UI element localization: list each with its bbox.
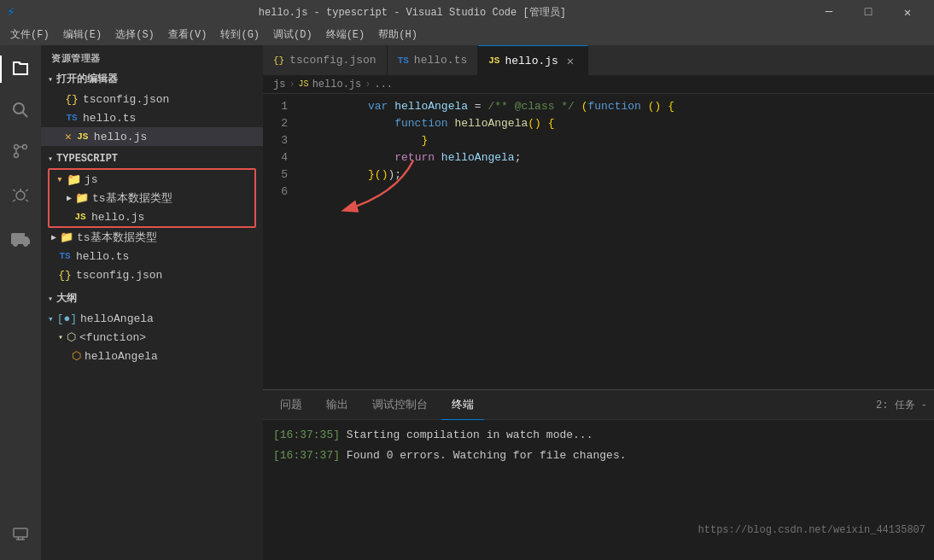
panel-tab-problems[interactable]: 问题 bbox=[270, 390, 312, 420]
hello-ts-sidebar-label: hello.ts bbox=[76, 250, 129, 263]
folder-icon-2: 📁 bbox=[75, 191, 89, 205]
tab-tsconfig-icon: {} bbox=[273, 55, 284, 66]
line-content-4: return helloAngela; bbox=[301, 138, 521, 177]
tabs-bar: {} tsconfig.json TS hello.ts JS hello.js… bbox=[263, 45, 934, 75]
open-editor-hello-js[interactable]: ✕ JS hello.js bbox=[41, 127, 263, 146]
activity-debug[interactable] bbox=[0, 175, 41, 216]
line-num-4: 4 bbox=[263, 151, 301, 164]
activity-bar bbox=[0, 45, 41, 560]
ts-basic-types-label-2: ts基本数据类型 bbox=[77, 230, 157, 245]
activity-search[interactable] bbox=[0, 90, 41, 131]
ts-basic-types-label-1: ts基本数据类型 bbox=[92, 190, 172, 206]
panel-tab-output[interactable]: 输出 bbox=[316, 390, 359, 420]
typescript-label: TYPESCRIPT bbox=[56, 153, 118, 165]
svg-point-2 bbox=[15, 145, 19, 149]
open-editors-header[interactable]: ▾ 打开的编辑器 bbox=[41, 68, 263, 90]
tab-hello-js[interactable]: JS hello.js ✕ bbox=[478, 45, 588, 75]
open-editor-hello-js-label: hello.js bbox=[94, 131, 147, 143]
tab-hello-ts-label: hello.ts bbox=[414, 54, 467, 67]
menu-help[interactable]: 帮助(H) bbox=[371, 24, 424, 45]
svg-point-0 bbox=[14, 103, 24, 114]
terminal-line-2: [16:37:37] Found 0 errors. Watching for … bbox=[273, 447, 924, 464]
tab-js-icon: JS bbox=[488, 55, 499, 66]
svg-rect-6 bbox=[14, 528, 27, 537]
code-editor[interactable]: 1 var helloAngela = /** @class */ (funct… bbox=[263, 94, 934, 389]
hello-ts-sidebar[interactable]: TS hello.ts bbox=[41, 247, 263, 265]
breadcrumb: js › JS hello.js › ... bbox=[263, 75, 934, 94]
outline-var-icon: ▾ bbox=[48, 313, 54, 324]
activity-extensions[interactable] bbox=[0, 219, 41, 260]
sidebar-title: 资源管理器 bbox=[41, 45, 263, 68]
menu-view[interactable]: 查看(V) bbox=[161, 24, 214, 45]
open-editor-hello-ts-label: hello.ts bbox=[83, 112, 136, 125]
open-editor-tsconfig-label: tsconfig.json bbox=[83, 93, 169, 106]
outline-fn-icon: ⬡ bbox=[67, 330, 76, 344]
outline-function[interactable]: ▾ ⬡ <function> bbox=[41, 328, 263, 347]
js-icon: JS bbox=[76, 131, 90, 142]
tab-close-icon[interactable]: ✕ bbox=[563, 54, 577, 67]
open-editor-hello-ts[interactable]: TS hello.ts bbox=[41, 108, 263, 127]
close-button[interactable]: ✕ bbox=[888, 0, 927, 24]
menu-terminal[interactable]: 终端(E) bbox=[319, 24, 372, 45]
breadcrumb-sep-1: › bbox=[289, 79, 295, 90]
outline-header[interactable]: ▾ 大纲 bbox=[41, 288, 263, 309]
line-num-6: 6 bbox=[263, 185, 301, 198]
svg-point-4 bbox=[15, 154, 19, 158]
outline-helloangela[interactable]: ▾ [●] helloAngela bbox=[41, 309, 263, 328]
maximize-button[interactable]: □ bbox=[849, 0, 888, 24]
json-icon: {} bbox=[65, 93, 79, 106]
ts-icon: TS bbox=[65, 113, 79, 123]
outline-helloangela-inner-label: helloAngela bbox=[85, 350, 158, 363]
menu-select[interactable]: 选择(S) bbox=[108, 24, 161, 45]
outline-section: ▾ 大纲 ▾ [●] helloAngela ▾ ⬡ <function> ⬡ … bbox=[41, 288, 263, 365]
outline-label: 大纲 bbox=[56, 291, 77, 306]
js-folder-label: js bbox=[85, 173, 98, 186]
editor-area: {} tsconfig.json TS hello.ts JS hello.js… bbox=[263, 45, 934, 560]
tab-hello-ts[interactable]: TS hello.ts bbox=[388, 45, 479, 75]
ts-basic-types-folder-2[interactable]: ▶ 📁 ts基本数据类型 bbox=[41, 228, 263, 247]
typescript-header[interactable]: ▾ TYPESCRIPT bbox=[41, 149, 263, 168]
menu-edit[interactable]: 编辑(E) bbox=[56, 24, 109, 45]
open-editors-list: {} tsconfig.json TS hello.ts ✕ JS hello.… bbox=[41, 90, 263, 146]
terminal-line-1: [16:37:35] Starting compilation in watch… bbox=[273, 427, 924, 444]
panel: 问题 输出 调试控制台 终端 2: 任务 - [16:37:35] Starti… bbox=[263, 389, 934, 560]
json-icon-2: {} bbox=[58, 269, 72, 282]
terminal-time-1: [16:37:35] bbox=[273, 429, 340, 441]
outline-function-label: <function> bbox=[79, 331, 146, 344]
activity-remote[interactable] bbox=[0, 512, 41, 553]
outline-helloangela-inner[interactable]: ⬡ helloAngela bbox=[41, 347, 263, 365]
highlighted-group: ▾ 📁 js ▶ 📁 ts基本数据类型 JS hello.js bbox=[48, 168, 256, 228]
folder-icon: 📁 bbox=[67, 172, 80, 187]
js-file-icon: JS bbox=[73, 212, 87, 222]
panel-tab-terminal[interactable]: 终端 bbox=[441, 390, 484, 420]
folder-icon-3: 📁 bbox=[60, 230, 73, 244]
panel-tab-debug-console[interactable]: 调试控制台 bbox=[362, 390, 438, 420]
ts-basic-types-folder-1[interactable]: ▶ 📁 ts基本数据类型 bbox=[50, 189, 254, 207]
activity-source-control[interactable] bbox=[0, 131, 41, 172]
hello-js-in-folder[interactable]: JS hello.js bbox=[50, 207, 254, 226]
minimize-button[interactable]: ─ bbox=[809, 0, 849, 24]
code-line-4: 4 return helloAngela; bbox=[263, 149, 934, 166]
line-num-2: 2 bbox=[263, 117, 301, 130]
open-editor-tsconfig[interactable]: {} tsconfig.json bbox=[41, 90, 263, 108]
js-folder[interactable]: ▾ 📁 js bbox=[50, 170, 254, 189]
tsconfig-sidebar-label: tsconfig.json bbox=[76, 269, 162, 282]
title-bar: ⚡ hello.js - typescript - Visual Studio … bbox=[0, 0, 934, 24]
activity-explorer[interactable] bbox=[0, 49, 41, 90]
outline-chevron: ▾ bbox=[48, 294, 53, 304]
menu-file[interactable]: 文件(F) bbox=[3, 24, 56, 45]
tab-tsconfig[interactable]: {} tsconfig.json bbox=[263, 45, 388, 75]
folder-chevron-icon: ▶ bbox=[67, 193, 72, 203]
outline-var-symbol: [●] bbox=[57, 312, 77, 325]
line-num-5: 5 bbox=[263, 168, 301, 181]
tab-ts-icon: TS bbox=[398, 55, 409, 66]
main-area: 资源管理器 ▾ 打开的编辑器 {} tsconfig.json TS hello… bbox=[0, 45, 934, 560]
panel-content[interactable]: [16:37:35] Starting compilation in watch… bbox=[263, 420, 934, 560]
tab-tsconfig-label: tsconfig.json bbox=[289, 54, 376, 67]
menu-goto[interactable]: 转到(G) bbox=[213, 24, 266, 45]
outline-fn-chevron: ▾ bbox=[58, 332, 63, 342]
tsconfig-sidebar[interactable]: {} tsconfig.json bbox=[41, 265, 263, 284]
hello-js-label: hello.js bbox=[91, 211, 144, 224]
menu-debug[interactable]: 调试(D) bbox=[266, 24, 319, 45]
folder-chevron-2: ▶ bbox=[51, 232, 56, 242]
